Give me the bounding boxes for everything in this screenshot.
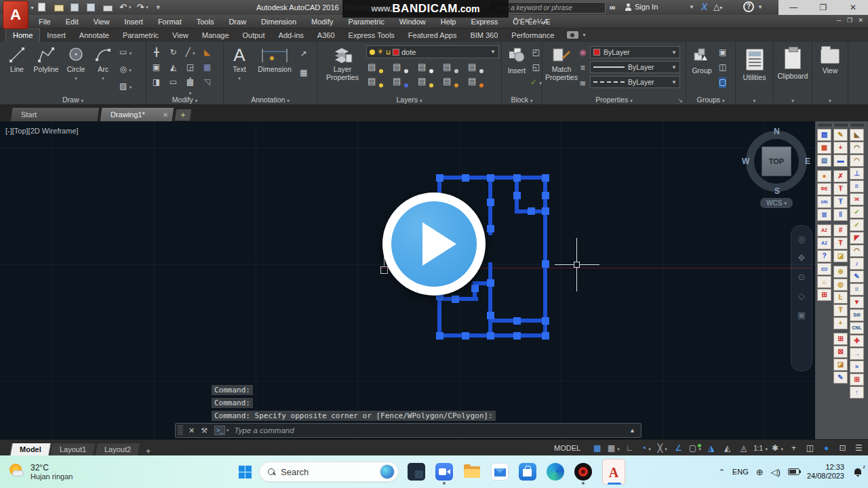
command-prompt-caret[interactable]: ▾ [226, 428, 229, 433]
status-toggle-icon[interactable]: ╳ ▾ [656, 443, 669, 453]
layer-tool-icon[interactable]: ▤ [393, 77, 407, 87]
minimize-button[interactable]: — [783, 3, 804, 12]
cad-tool-icon[interactable]: ◎ [833, 279, 848, 291]
menu-modify[interactable]: Modify [304, 16, 340, 28]
cad-tool-icon[interactable]: ≡ [850, 283, 864, 296]
panel-utilities[interactable]: Utilities ▾ [736, 42, 774, 105]
plot-icon[interactable] [103, 3, 114, 12]
help-icon[interactable]: ? [743, 1, 754, 12]
app-store[interactable] [519, 463, 536, 481]
cad-tool-icon[interactable]: → [850, 348, 864, 360]
text-button[interactable]: A Text▾ [229, 45, 250, 83]
cad-tool-icon[interactable]: Ŧ [833, 237, 848, 249]
menu-insert[interactable]: Insert [117, 16, 151, 28]
viewcube-top-face[interactable]: TOP [762, 146, 791, 176]
cad-tool-icon[interactable]: ◣ [850, 129, 864, 141]
ribbon-tab-bim-360[interactable]: BIM 360 [463, 29, 505, 42]
tray-expand-icon[interactable]: ⌃ [719, 468, 725, 476]
command-input[interactable]: Type a command [235, 426, 294, 434]
app-task-view[interactable] [408, 463, 425, 481]
status-toggle-icon[interactable]: 1:1 ▾ [753, 443, 768, 453]
cad-tool-icon[interactable]: ◤ [850, 232, 864, 244]
model-space-button[interactable]: MODEL [554, 444, 587, 452]
cad-tool-icon[interactable]: ◪ [833, 359, 848, 371]
close-button[interactable]: ✕ [843, 3, 863, 12]
arc-button[interactable]: Arc▾ [91, 46, 115, 83]
status-toggle-icon[interactable]: ◬ [737, 443, 750, 453]
panel-label-properties[interactable]: Properties ▾↘ [542, 96, 686, 104]
cad-tool-icon[interactable]: Ŧ [833, 304, 848, 317]
ribbon-tab-annotate[interactable]: Annotate [73, 29, 116, 42]
panel-clipboard[interactable]: Clipboard ▾ [774, 42, 812, 105]
layer-tool-icon[interactable]: ▤ [368, 77, 382, 87]
block-tool-icon[interactable]: ◱ [530, 62, 542, 73]
autocad-logo[interactable]: A [3, 1, 28, 29]
layer-tool-icon[interactable]: ▤ [368, 62, 382, 73]
dimension-button[interactable]: Dimension [254, 45, 296, 73]
clock[interactable]: 12:3324/08/2023 [807, 463, 844, 481]
status-toggle-icon[interactable]: ◮ [705, 443, 717, 453]
status-toggle-icon[interactable]: ✱ ▾ [771, 443, 784, 453]
a360-icon[interactable]: △▾ [713, 2, 722, 12]
linetype-dropdown[interactable]: ByLayer▼ [590, 76, 680, 88]
cad-tool-icon[interactable]: ⊕ [833, 266, 848, 278]
circle-button[interactable]: Circle▾ [62, 46, 90, 83]
cad-tool-icon[interactable]: ◠ [850, 142, 864, 154]
modify-tool-icon[interactable]: ╱ ▾ [184, 47, 196, 58]
annotation-tool-icon[interactable]: ▦ [300, 68, 307, 79]
cad-tool-icon[interactable]: ✎ [833, 371, 848, 384]
wcs-dropdown[interactable]: WCS▾ [760, 198, 793, 208]
layout-tab-model[interactable]: Model [9, 443, 51, 456]
command-close-icon[interactable]: ✕ [189, 426, 195, 435]
status-toggle-icon[interactable]: ◔ ▾ [639, 443, 652, 453]
status-toggle-icon[interactable]: ◫ [804, 443, 816, 453]
file-tab-start[interactable]: Start [10, 107, 100, 121]
network-icon[interactable]: ⊕ [756, 467, 764, 477]
orbit-icon[interactable]: ◇ [798, 291, 805, 301]
new-layout-button[interactable]: + [140, 447, 156, 456]
group-tool-icon[interactable]: ▣ [719, 47, 726, 58]
cad-tool-icon[interactable]: ◪ [833, 250, 848, 262]
cad-tool-icon[interactable]: ⌂ [817, 276, 831, 288]
app-autocad[interactable]: A [602, 459, 625, 485]
layer-tool-icon[interactable]: ▤ [443, 62, 457, 73]
file-tab-drawing1[interactable]: Drawing1*✕ [100, 107, 175, 121]
tab-close-icon[interactable]: ✕ [163, 111, 168, 119]
windows-start-button[interactable] [239, 466, 252, 479]
sign-in-button[interactable]: Sign In [625, 3, 658, 11]
steering-wheel-icon[interactable]: ◎ [797, 234, 805, 244]
menu-tools[interactable]: Tools [189, 16, 222, 28]
cad-tool-icon[interactable]: Ŀ [833, 291, 848, 304]
annotation-tool-icon[interactable]: ↗ [300, 49, 307, 60]
mdi-window-controls[interactable]: ─ ❐ ✕ [837, 17, 865, 24]
toolbar-header[interactable] [850, 123, 865, 127]
panel-label-layers[interactable]: Layers ▾ [317, 96, 501, 104]
menu-view[interactable]: View [86, 16, 117, 28]
status-toggle-icon[interactable]: ∟ [623, 443, 636, 453]
app-bandicam[interactable] [574, 463, 592, 481]
ribbon-tab-view[interactable]: View [165, 29, 195, 42]
panel-label-groups[interactable]: Groups ▾ [686, 96, 735, 104]
ellipse-tool-icon[interactable]: ◎ ▾ [119, 64, 132, 75]
lineweight-dropdown[interactable]: ByLayer▼ [590, 61, 680, 73]
showmotion-icon[interactable]: ▣ [797, 310, 806, 320]
properties-tool-icon[interactable]: ≡ [579, 63, 586, 74]
layer-tool-icon[interactable]: ▤ [468, 62, 482, 73]
undo-dropdown-icon[interactable]: ▾ [129, 5, 132, 10]
modify-tool-icon[interactable]: ◭ [167, 62, 179, 73]
cad-tool-icon[interactable]: ? [817, 250, 831, 262]
cad-tool-icon[interactable]: CNL [850, 322, 864, 334]
modify-tool-icon[interactable]: ╋ [151, 47, 162, 58]
sign-in-caret[interactable]: ▼ [689, 4, 694, 10]
block-tool-icon[interactable]: ◰ [530, 47, 542, 58]
modify-tool-icon[interactable]: ↻ [167, 47, 179, 58]
cad-tool-icon[interactable]: ≍ [850, 193, 864, 205]
cad-tool-icon[interactable]: ♪ [850, 258, 864, 270]
status-toggle-icon[interactable]: ◭ [721, 443, 734, 453]
cad-tool-icon[interactable]: ↑ [850, 386, 864, 399]
match-properties-button[interactable]: Match Properties [545, 46, 578, 81]
group-tool-icon[interactable]: ◫ [719, 62, 726, 73]
cad-tool-icon[interactable]: ≡ [850, 180, 864, 192]
new-file-icon[interactable] [38, 3, 49, 12]
ribbon-tab-output[interactable]: Output [236, 29, 272, 42]
